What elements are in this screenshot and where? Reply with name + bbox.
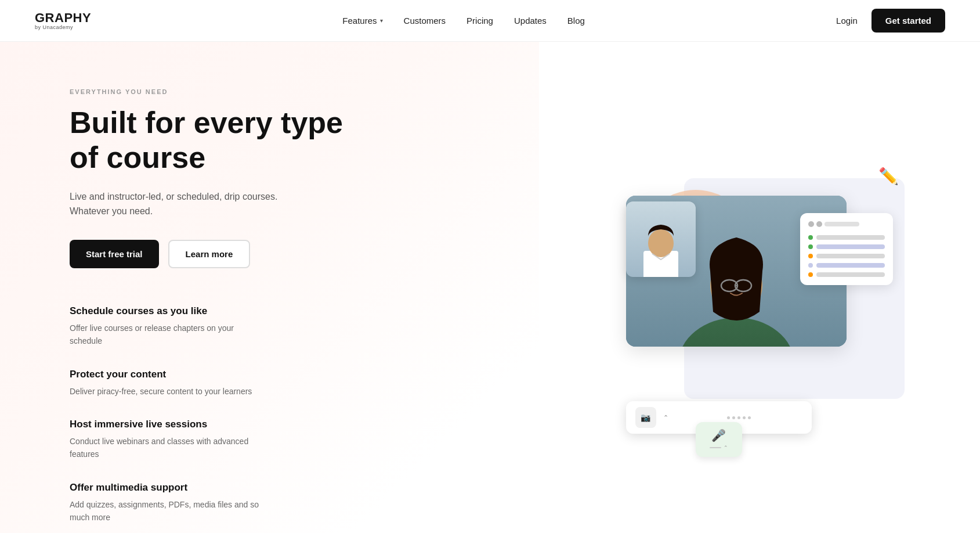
mic-icon-wrap: 🎤 ⌃ bbox=[710, 428, 728, 451]
chat-row-1 bbox=[808, 235, 885, 240]
green-dot-1 bbox=[808, 235, 813, 240]
dot-5 bbox=[748, 416, 751, 419]
svg-point-9 bbox=[648, 229, 674, 257]
chat-row-2 bbox=[808, 244, 885, 249]
hero-description: Live and instructor-led, or scheduled, d… bbox=[70, 189, 302, 219]
user-icon-2 bbox=[816, 221, 822, 227]
expand-button: ⌃ bbox=[663, 414, 668, 422]
blue-dot-1 bbox=[808, 263, 813, 268]
chat-bar-1 bbox=[816, 235, 885, 240]
camera-button[interactable]: 📷 bbox=[635, 407, 656, 428]
dot-4 bbox=[743, 416, 746, 419]
navbar: GRAPHY by Unacademy Features ▾ Customers… bbox=[0, 0, 980, 42]
orange-dot-2 bbox=[808, 272, 813, 277]
chat-bar-2 bbox=[816, 244, 885, 249]
feature-desc-2: Conduct live webinars and classes with a… bbox=[70, 435, 267, 461]
illustration-section: ✏️ bbox=[539, 42, 980, 533]
nav-blog-link[interactable]: Blog bbox=[567, 16, 585, 26]
nav-item-blog[interactable]: Blog bbox=[567, 16, 585, 26]
nav-pricing-link[interactable]: Pricing bbox=[467, 16, 493, 26]
hero-section: EVERYTHING YOU NEED Built for every type… bbox=[0, 42, 539, 533]
inset-person-card bbox=[626, 201, 696, 277]
features-list: Schedule courses as you like Offer live … bbox=[70, 305, 493, 524]
feature-title-2: Host immersive live sessions bbox=[70, 419, 493, 430]
mic-icon: 🎤 bbox=[711, 428, 726, 442]
user-count-badge bbox=[808, 221, 885, 227]
chat-row-4 bbox=[808, 263, 885, 268]
nav-item-pricing[interactable]: Pricing bbox=[467, 16, 493, 26]
nav-features-link[interactable]: Features bbox=[342, 16, 377, 26]
logo-name: GRAPHY bbox=[35, 12, 91, 24]
nav-customers-link[interactable]: Customers bbox=[404, 16, 446, 26]
feature-title-0: Schedule courses as you like bbox=[70, 305, 493, 317]
orange-dot-1 bbox=[808, 254, 813, 258]
feature-desc-0: Offer live courses or release chapters o… bbox=[70, 322, 267, 348]
main-container: EVERYTHING YOU NEED Built for every type… bbox=[0, 42, 980, 533]
chevron-down-icon: ▾ bbox=[380, 17, 383, 24]
chat-bar-4 bbox=[816, 263, 885, 268]
feature-item-1: Protect your content Deliver piracy-free… bbox=[70, 369, 493, 398]
feature-desc-1: Deliver piracy-free, secure content to y… bbox=[70, 385, 267, 398]
user-icon bbox=[808, 221, 814, 227]
mic-card[interactable]: 🎤 ⌃ bbox=[696, 422, 742, 457]
nav-updates-link[interactable]: Updates bbox=[514, 16, 547, 26]
feature-item-3: Offer multimedia support Add quizzes, as… bbox=[70, 482, 493, 524]
illustration-wrapper: ✏️ bbox=[614, 132, 905, 469]
chat-row-3 bbox=[808, 254, 885, 258]
mic-expand-bar bbox=[710, 447, 721, 448]
feature-title-1: Protect your content bbox=[70, 369, 493, 380]
dot-2 bbox=[732, 416, 735, 419]
logo: GRAPHY by Unacademy bbox=[35, 12, 91, 30]
pencil-icon: ✏️ bbox=[878, 167, 899, 186]
nav-item-features[interactable]: Features ▾ bbox=[342, 16, 382, 26]
feature-desc-3: Add quizzes, assignments, PDFs, media fi… bbox=[70, 498, 267, 524]
dot-3 bbox=[737, 416, 740, 419]
mic-expand-row: ⌃ bbox=[710, 445, 728, 451]
nav-right: Login Get started bbox=[836, 9, 945, 33]
get-started-button[interactable]: Get started bbox=[871, 9, 945, 33]
eyebrow-text: EVERYTHING YOU NEED bbox=[70, 88, 493, 95]
feature-item-0: Schedule courses as you like Offer live … bbox=[70, 305, 493, 348]
login-button[interactable]: Login bbox=[836, 16, 858, 26]
feature-title-3: Offer multimedia support bbox=[70, 482, 493, 494]
chat-panel bbox=[800, 213, 893, 285]
feature-item-2: Host immersive live sessions Conduct liv… bbox=[70, 419, 493, 461]
chat-row-5 bbox=[808, 272, 885, 277]
chat-bar-3 bbox=[816, 254, 885, 258]
expand-chevron: ⌃ bbox=[724, 445, 728, 451]
green-dot-2 bbox=[808, 244, 813, 249]
hero-heading: Built for every type of course bbox=[70, 106, 371, 175]
hero-buttons: Start free trial Learn more bbox=[70, 240, 493, 268]
logo-subtitle: by Unacademy bbox=[35, 25, 91, 30]
chat-bar-5 bbox=[816, 272, 885, 277]
learn-more-button[interactable]: Learn more bbox=[168, 240, 251, 268]
control-dots bbox=[675, 416, 802, 419]
nav-item-updates[interactable]: Updates bbox=[514, 16, 547, 26]
inset-person-svg bbox=[626, 201, 696, 277]
start-free-trial-button[interactable]: Start free trial bbox=[70, 240, 159, 268]
dot-1 bbox=[727, 416, 730, 419]
nav-links: Features ▾ Customers Pricing Updates Blo… bbox=[342, 16, 585, 26]
user-bar bbox=[824, 222, 859, 226]
nav-item-customers[interactable]: Customers bbox=[404, 16, 446, 26]
